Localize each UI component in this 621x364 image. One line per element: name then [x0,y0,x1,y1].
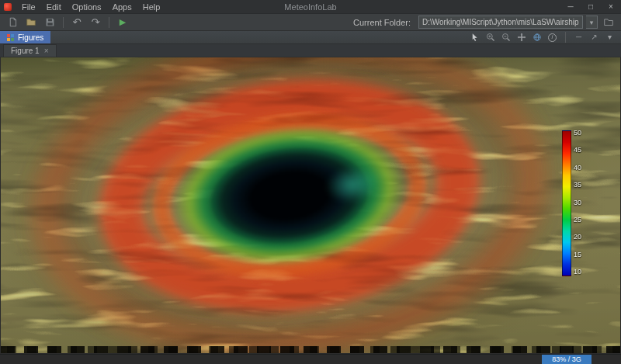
statusbar: 83% / 3G [0,354,621,364]
colorbar-tick: 20 [574,234,581,241]
toolbar-separator [63,17,64,28]
colorbar-tick: 10 [574,269,581,276]
tab-figure-1[interactable]: Figure 1 × [3,44,57,57]
current-folder-input[interactable] [418,16,583,29]
meteoinfolab-window: File Edit Options Apps Help MeteoInfoLab… [0,0,621,364]
colorbar-tick: 35 [574,182,581,189]
run-icon: ▶ [120,18,126,26]
window-controls: ─ □ × [560,0,621,13]
menu-file[interactable]: File [16,0,41,13]
window-title: MeteoInfoLab [284,2,336,12]
float-panel-icon[interactable]: ↗ [589,33,599,43]
undo-icon: ↶ [73,17,82,27]
colorbar-tick: 30 [574,199,581,206]
figure-tools: i ─ ↗ ▾ [470,32,621,43]
new-file-button[interactable] [5,16,20,29]
undo-button[interactable]: ↶ [69,16,85,29]
close-window-icon[interactable]: × [601,0,621,13]
colorbar-tick: 40 [574,165,581,172]
tab-label: Figure 1 [11,47,40,55]
zoom-out-icon[interactable] [501,33,511,43]
open-file-button[interactable] [23,16,39,29]
redo-button[interactable]: ↷ [88,16,103,29]
figure-area: 50 45 40 35 30 25 20 15 10 [0,57,621,354]
colorbar-tick: 25 [574,217,581,224]
figures-panel-tab[interactable]: Figures [0,31,50,43]
redo-icon: ↷ [92,17,100,27]
figures-panel-header: Figures i ─ ↗ ▾ [0,31,621,44]
menu-edit[interactable]: Edit [41,0,67,13]
identify-info-icon[interactable]: i [547,33,557,43]
pan-icon[interactable] [516,33,526,43]
colorbar-tick: 15 [574,251,581,258]
menu-help[interactable]: Help [137,0,166,13]
browse-folder-icon [603,17,614,27]
app-logo-icon [4,3,12,11]
browse-folder-button[interactable] [601,16,616,29]
hurricane-visualization [1,57,620,353]
menu-options[interactable]: Options [67,0,107,13]
colorbar-tick: 45 [574,147,581,154]
close-tab-icon[interactable]: × [44,47,49,55]
save-button[interactable] [42,16,57,29]
zoom-in-icon[interactable] [485,33,495,43]
figure-tab-strip: Figure 1 × [0,44,621,57]
toolbar-separator [109,17,109,28]
minimize-panel-icon[interactable]: ─ [574,33,584,43]
chevron-down-icon: ▾ [590,19,594,26]
run-script-button[interactable]: ▶ [115,16,130,29]
panel-menu-icon[interactable]: ▾ [605,33,615,43]
memory-indicator: 83% / 3G [542,355,592,364]
menubar: File Edit Options Apps Help [16,0,165,13]
open-folder-icon [26,17,36,27]
main-toolbar: ↶ ↷ ▶ Current Folder: ▾ [0,14,621,31]
colorbar-gradient [562,130,571,276]
minimize-window-icon[interactable]: ─ [560,0,581,13]
new-file-icon [8,17,18,27]
figure-canvas[interactable]: 50 45 40 35 30 25 20 15 10 [1,57,620,353]
menu-apps[interactable]: Apps [107,0,137,13]
maximize-window-icon[interactable]: □ [581,0,601,13]
full-extent-globe-icon[interactable] [532,33,542,43]
colorbar: 50 45 40 35 30 25 20 15 10 [562,130,581,276]
tools-separator [565,32,566,43]
pointer-select-icon[interactable] [470,33,480,43]
save-icon [45,17,55,27]
titlebar: File Edit Options Apps Help MeteoInfoLab… [0,0,621,14]
figures-icon [7,34,14,41]
colorbar-ticks: 50 45 40 35 30 25 20 15 10 [574,130,581,276]
figures-panel-title: Figures [18,33,43,42]
bottom-shadow-band [1,346,620,353]
current-folder-label: Current Folder: [353,18,415,27]
colorbar-tick: 50 [574,130,581,137]
folder-dropdown-button[interactable]: ▾ [586,16,598,29]
